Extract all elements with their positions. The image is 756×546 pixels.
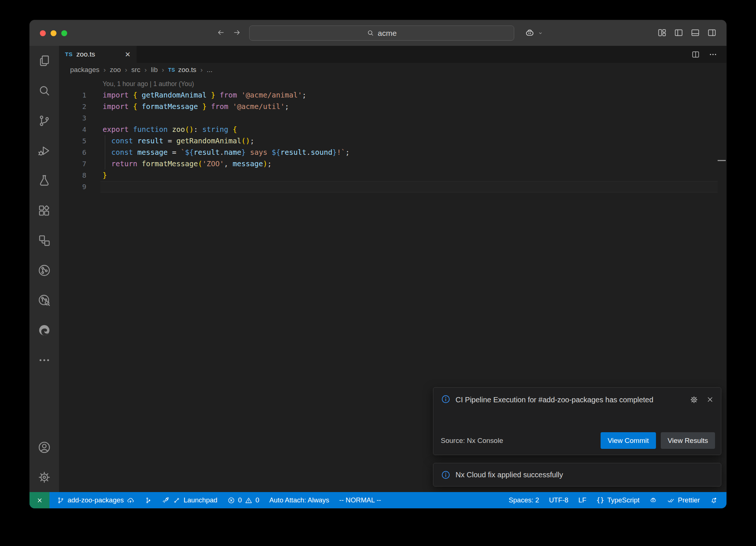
breadcrumb-item-lib[interactable]: lib bbox=[151, 66, 158, 74]
tab-zoo-ts[interactable]: TS zoo.ts ✕ bbox=[59, 46, 137, 63]
activity-remote-explorer-icon[interactable] bbox=[30, 225, 59, 255]
status-language[interactable]: {}TypeScript bbox=[596, 496, 639, 504]
code-token: { bbox=[133, 91, 137, 99]
minimize-window-button[interactable] bbox=[51, 30, 56, 36]
breadcrumb-item-src[interactable]: src bbox=[131, 66, 141, 74]
breadcrumb-separator-icon: › bbox=[162, 66, 164, 74]
forward-icon[interactable] bbox=[232, 28, 242, 37]
view-commit-button[interactable]: View Commit bbox=[601, 432, 656, 449]
history-nav bbox=[216, 28, 242, 37]
code-token: export bbox=[103, 125, 128, 134]
activity-search-icon[interactable] bbox=[30, 76, 59, 106]
line-number: 4 bbox=[59, 124, 86, 135]
status-eol[interactable]: LF bbox=[578, 496, 587, 504]
status-indentation[interactable]: Spaces: 2 bbox=[509, 496, 539, 504]
status-launchpad[interactable]: Launchpad bbox=[162, 496, 217, 504]
code-token: , bbox=[224, 160, 228, 168]
breadcrumb-separator-icon: › bbox=[144, 66, 147, 74]
notification-settings-icon[interactable] bbox=[690, 395, 698, 404]
copilot-icon bbox=[524, 28, 535, 39]
status-vim-mode[interactable]: -- NORMAL -- bbox=[339, 496, 381, 504]
more-actions-icon[interactable] bbox=[708, 50, 718, 59]
status-label: Spaces: 2 bbox=[509, 496, 539, 504]
back-icon[interactable] bbox=[216, 28, 226, 37]
breadcrumb-item-file[interactable]: TSzoo.ts bbox=[168, 66, 196, 74]
activity-bar bbox=[30, 46, 59, 492]
breadcrumb-item-more[interactable]: ... bbox=[207, 66, 212, 74]
breadcrumb-item-zoo[interactable]: zoo bbox=[110, 66, 121, 74]
code-token: result bbox=[280, 148, 306, 157]
status-notifications-bell[interactable] bbox=[710, 496, 718, 504]
layout-customize-icon[interactable] bbox=[657, 28, 667, 38]
code-token: ; bbox=[302, 91, 306, 99]
activity-run-debug-icon[interactable] bbox=[30, 136, 59, 165]
activity-testing-icon[interactable] bbox=[30, 165, 59, 195]
code-token: ${ bbox=[185, 148, 193, 157]
activity-nx-cloud-icon[interactable] bbox=[30, 285, 59, 315]
remote-indicator[interactable] bbox=[30, 492, 49, 508]
code-token bbox=[137, 91, 142, 99]
status-label: Auto Attach: Always bbox=[269, 496, 329, 504]
code-token bbox=[228, 102, 233, 111]
activity-files-icon[interactable] bbox=[30, 46, 59, 76]
copilot-menu-button[interactable] bbox=[524, 28, 544, 39]
editor-actions bbox=[691, 46, 726, 63]
status-problems[interactable]: 00 bbox=[227, 496, 260, 504]
status-git-branch[interactable]: add-zoo-packages bbox=[57, 496, 134, 504]
code-token: = bbox=[172, 148, 176, 157]
double-check-icon bbox=[667, 496, 675, 504]
status-auto-attach[interactable]: Auto Attach: Always bbox=[269, 496, 329, 504]
code-token: import bbox=[103, 102, 128, 111]
git-commit-icon bbox=[144, 496, 152, 504]
code-token bbox=[172, 137, 176, 145]
activity-more-icon[interactable] bbox=[30, 345, 59, 375]
plug-icon bbox=[173, 496, 181, 504]
code-text: const result = getRandomAnimal(); bbox=[103, 135, 254, 147]
activity-edge-browser-icon[interactable] bbox=[30, 315, 59, 345]
line-number: 3 bbox=[59, 112, 86, 124]
code-text: } bbox=[103, 170, 107, 181]
code-token: { bbox=[233, 125, 237, 134]
status-formatter[interactable]: Prettier bbox=[667, 496, 700, 504]
code-token bbox=[163, 137, 168, 145]
activity-extensions-icon[interactable] bbox=[30, 195, 59, 225]
status-copilot[interactable] bbox=[649, 496, 657, 504]
code-line-3: 3 bbox=[59, 112, 726, 124]
notification-toolbar bbox=[690, 394, 714, 405]
git-branch-icon bbox=[57, 496, 65, 504]
split-editor-icon[interactable] bbox=[691, 50, 700, 59]
maximize-window-button[interactable] bbox=[61, 30, 67, 36]
rocket-icon bbox=[162, 496, 170, 504]
code-token: getRandomAnimal bbox=[176, 137, 241, 145]
code-line-2: 2import { formatMessage } from '@acme/ut… bbox=[59, 101, 726, 112]
tab-close-icon[interactable]: ✕ bbox=[125, 50, 131, 59]
line-number: 1 bbox=[59, 89, 86, 101]
code-token: message bbox=[233, 160, 263, 168]
code-token bbox=[228, 160, 233, 168]
search-query: acme bbox=[378, 29, 396, 38]
code-token: '@acme/util' bbox=[233, 102, 285, 111]
code-token bbox=[198, 102, 202, 111]
code-token: says bbox=[246, 148, 272, 157]
activity-source-control-icon[interactable] bbox=[30, 106, 59, 136]
activity-nx-console-icon[interactable] bbox=[30, 255, 59, 285]
overview-ruler-cursor-marker bbox=[718, 160, 726, 161]
command-center-search[interactable]: acme bbox=[249, 25, 514, 41]
code-token: ; bbox=[267, 160, 272, 168]
activity-settings-gear-icon[interactable] bbox=[30, 462, 59, 492]
close-window-button[interactable] bbox=[40, 30, 46, 36]
toggle-panel-bottom-icon[interactable] bbox=[690, 28, 700, 38]
status-encoding[interactable]: UTF-8 bbox=[549, 496, 568, 504]
toggle-sidebar-left-icon[interactable] bbox=[674, 28, 684, 38]
status-commit-graph[interactable] bbox=[144, 496, 152, 504]
notification-close-icon[interactable] bbox=[706, 395, 714, 404]
status-label: UTF-8 bbox=[549, 496, 568, 504]
code-line-4: 4export function zoo(): string { bbox=[59, 124, 726, 135]
toggle-sidebar-right-icon[interactable] bbox=[707, 28, 717, 38]
breadcrumb-item-packages[interactable]: packages bbox=[70, 66, 99, 74]
code-token: } bbox=[211, 91, 216, 99]
titlebar: acme bbox=[30, 20, 726, 46]
bell-dot-icon bbox=[710, 496, 718, 504]
view-results-button[interactable]: View Results bbox=[661, 432, 715, 449]
activity-account-icon[interactable] bbox=[30, 432, 59, 462]
